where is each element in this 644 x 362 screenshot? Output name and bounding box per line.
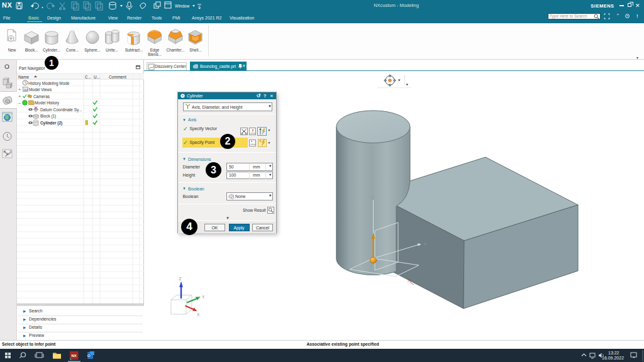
svg-text:Y: Y <box>202 295 205 299</box>
svg-text:Z: Z <box>372 195 374 200</box>
svg-text:Window: Window <box>175 4 189 8</box>
svg-text:Z: Z <box>179 277 182 281</box>
svg-text:X: X <box>197 312 200 317</box>
svg-text:Y: Y <box>424 242 427 246</box>
svg-text:NX: NX <box>72 354 77 358</box>
